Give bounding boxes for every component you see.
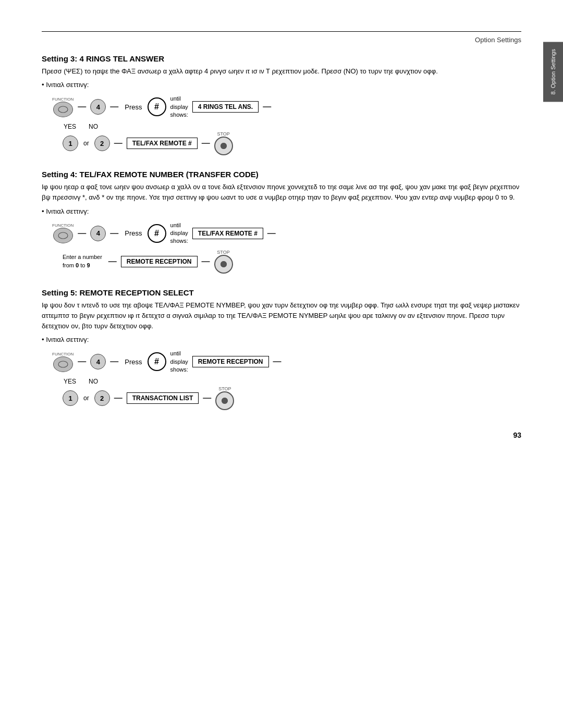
setting4-row2: Enter a number from 0 to 9 — REMOTE RECE… xyxy=(63,250,521,274)
setting4-diagram: FUNCTION — 4 — Press # until display sho… xyxy=(42,221,521,274)
dash3-5: — xyxy=(273,357,282,366)
page-container: 8. Option Settings Option Settings Setti… xyxy=(0,0,563,728)
setting4-row1: FUNCTION — 4 — Press # until display sho… xyxy=(52,221,521,245)
no-btn-5[interactable]: 2 xyxy=(94,390,110,406)
function-label-5: FUNCTION xyxy=(52,352,74,356)
number-4-btn-4[interactable]: 4 xyxy=(90,226,106,241)
dash4-4: — xyxy=(108,257,117,266)
no-label-5: NO xyxy=(89,378,98,385)
stop-btn-3[interactable] xyxy=(214,137,233,155)
section-5-initial: • Ινιτιαλ σεττινγ: xyxy=(42,336,521,343)
svg-point-1 xyxy=(58,232,68,239)
svg-point-0 xyxy=(58,106,68,113)
yes-label-5: YES xyxy=(64,378,76,385)
setting5-diagram: FUNCTION — 4 — Press # until display sho… xyxy=(42,350,521,410)
section-4: Setting 4: TEL/FAX REMOTE NUMBER (TRANSF… xyxy=(42,170,521,273)
dash2-5: — xyxy=(110,357,118,366)
stop-wrap-5: STOP xyxy=(215,386,234,410)
side-tab-label: 8. Option Settings xyxy=(549,49,557,94)
section-5: Setting 5: REMOTE RECEPTION SELECT Ιφ ψο… xyxy=(42,288,521,411)
dash3-4: — xyxy=(267,229,276,238)
press-label-5: Press xyxy=(125,358,142,366)
setting5-row1: FUNCTION — 4 — Press # until display sho… xyxy=(52,350,521,374)
yes-label-3: YES xyxy=(64,123,76,130)
section-3-body: Πρεσσ (ΨΕΣ) το ηαψε the ΦΑΞ ανσωερ α χαλ… xyxy=(42,66,521,77)
stop-label-3: STOP xyxy=(217,131,230,137)
no-btn-3[interactable]: 2 xyxy=(94,135,110,151)
section-4-title: Setting 4: TEL/FAX REMOTE NUMBER (TRANSF… xyxy=(42,170,521,179)
section-3-title: Setting 3: 4 RINGS TEL ANSWER xyxy=(42,54,521,63)
press-label-3: Press xyxy=(125,103,142,111)
top-divider xyxy=(42,31,521,32)
stop-btn-5[interactable] xyxy=(215,391,234,410)
section-3: Setting 3: 4 RINGS TEL ANSWER Πρεσσ (ΨΕΣ… xyxy=(42,54,521,155)
or-label-3: or xyxy=(83,140,89,147)
until-block-3: until display shows: xyxy=(170,95,188,119)
section-5-body: Ιφ ψου δον τ ιντενδ το υσε τηε αβοψε ΤΕΛ… xyxy=(42,300,521,331)
setting4-row2-wrap: Enter a number from 0 to 9 — REMOTE RECE… xyxy=(52,250,521,274)
header-row: Option Settings xyxy=(42,36,521,44)
display-box-3-row1: 4 RINGS TEL ANS. xyxy=(192,101,259,113)
function-wrap-3: FUNCTION xyxy=(52,97,74,117)
dash5-4: — xyxy=(202,257,210,266)
display-box-5-row2: TRANSACTION LIST xyxy=(127,392,199,404)
number-4-btn-5[interactable]: 4 xyxy=(90,354,106,369)
setting3-row1: FUNCTION — 4 — Press # until display sho… xyxy=(52,95,521,119)
dash2-3: — xyxy=(110,102,118,112)
or-label-5: or xyxy=(83,394,89,402)
display-box-4-row1: TEL/FAX REMOTE # xyxy=(192,228,263,239)
function-btn-3[interactable] xyxy=(53,102,73,117)
dash1-5: — xyxy=(78,357,86,366)
stop-label-5: STOP xyxy=(218,386,231,391)
section-3-initial: • Ινιτιαλ σεττινγ: xyxy=(42,81,521,89)
dash4-3: — xyxy=(114,139,123,148)
setting3-row2: 1 or 2 — TEL/FAX REMOTE # — STOP xyxy=(63,131,521,155)
page-number: 93 xyxy=(42,431,521,439)
enter-number-label: Enter a number from 0 to 9 xyxy=(63,253,102,269)
setting3-diagram: FUNCTION — 4 — Press # until display sho… xyxy=(42,95,521,155)
setting5-row2: 1 or 2 — TRANSACTION LIST — STOP xyxy=(63,386,521,410)
side-tab: 8. Option Settings xyxy=(543,42,563,102)
dash5-3: — xyxy=(202,139,210,148)
dash1-3: — xyxy=(78,102,86,112)
hash-btn-4[interactable]: # xyxy=(148,224,166,243)
display-box-5-row1: REMOTE RECEPTION xyxy=(192,356,269,367)
display-box-4-row2: REMOTE RECEPTION xyxy=(121,256,198,267)
dash5-5: — xyxy=(203,393,211,403)
section-4-initial: • Ινιτιαλ σεττινγ: xyxy=(42,207,521,215)
function-btn-4[interactable] xyxy=(53,228,73,243)
until-block-4: until display shows: xyxy=(170,221,188,245)
yes-no-labels-5: YES NO xyxy=(63,378,521,385)
header-title: Option Settings xyxy=(475,36,521,44)
stop-btn-4[interactable] xyxy=(214,255,233,274)
dash2-4: — xyxy=(110,229,118,238)
dash3-3: — xyxy=(263,102,271,112)
dash1-4: — xyxy=(78,229,86,238)
function-btn-5[interactable] xyxy=(53,356,73,372)
setting5-row2-wrap: YES NO 1 or 2 — TRANSACTION LIST — STOP xyxy=(52,378,521,410)
no-label-3: NO xyxy=(89,123,98,130)
svg-point-2 xyxy=(58,361,68,367)
stop-label-4: STOP xyxy=(217,250,229,255)
display-box-3-row2: TEL/FAX REMOTE # xyxy=(127,138,198,149)
function-wrap-5: FUNCTION xyxy=(52,352,74,372)
stop-wrap-4: STOP xyxy=(214,250,233,274)
yes-btn-3[interactable]: 1 xyxy=(63,135,78,151)
function-label-4: FUNCTION xyxy=(52,223,74,228)
stop-wrap-3: STOP xyxy=(214,131,233,155)
until-block-5: until display shows: xyxy=(170,350,188,374)
hash-btn-3[interactable]: # xyxy=(148,97,166,116)
yes-btn-5[interactable]: 1 xyxy=(63,390,78,406)
section-5-title: Setting 5: REMOTE RECEPTION SELECT xyxy=(42,288,521,297)
yes-no-labels-3: YES NO xyxy=(63,123,521,130)
setting3-row2-wrap: YES NO 1 or 2 — TEL/FAX REMOTE # — STOP xyxy=(52,123,521,155)
function-wrap-4: FUNCTION xyxy=(52,223,74,243)
number-4-btn-3[interactable]: 4 xyxy=(90,99,106,115)
dash4-5: — xyxy=(114,393,123,403)
section-4-body: Ιφ ψου ηεαρ α φαξ τονε ωηεν ψου ανσωερ α… xyxy=(42,182,521,203)
function-label-3: FUNCTION xyxy=(52,97,74,102)
hash-btn-5[interactable]: # xyxy=(148,352,166,371)
press-label-4: Press xyxy=(125,229,142,237)
